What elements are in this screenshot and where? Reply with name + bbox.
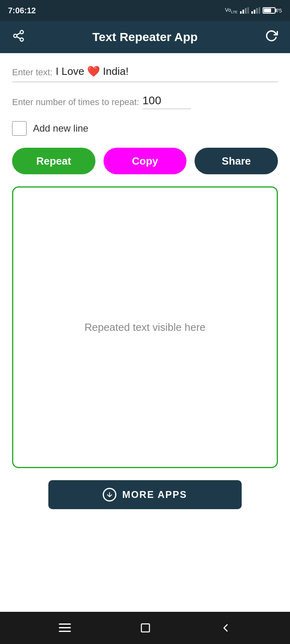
repeat-button[interactable]: Repeat <box>12 148 95 174</box>
output-placeholder: Repeated text visible here <box>85 321 206 334</box>
svg-point-8 <box>20 30 23 33</box>
more-apps-button[interactable]: MORE APPS <box>48 480 242 509</box>
svg-rect-16 <box>141 624 149 632</box>
svg-rect-0 <box>240 11 242 14</box>
svg-rect-4 <box>251 11 253 14</box>
text-input-row: Enter text: <box>12 65 278 82</box>
svg-line-12 <box>17 33 20 35</box>
number-input-row: Enter number of times to repeat: <box>12 94 278 109</box>
battery-indicator: 75 <box>263 7 282 14</box>
svg-rect-14 <box>59 627 71 628</box>
main-content: Enter text: Enter number of times to rep… <box>0 53 290 612</box>
text-input[interactable] <box>56 65 278 79</box>
svg-rect-15 <box>59 631 71 632</box>
svg-rect-7 <box>259 7 260 14</box>
svg-point-9 <box>14 34 17 37</box>
output-box: Repeated text visible here <box>12 186 278 468</box>
nav-bar <box>0 612 290 644</box>
number-label: Enter number of times to repeat: <box>12 97 139 109</box>
app-title: Text Repeater App <box>25 30 265 44</box>
share-icon[interactable] <box>12 29 25 45</box>
share-button[interactable]: Share <box>195 148 278 174</box>
signal-bars-2 <box>251 7 260 14</box>
status-time: 7:06:12 <box>8 6 36 15</box>
svg-rect-3 <box>247 7 249 14</box>
download-icon <box>103 488 116 502</box>
signal-icon: VoLTE <box>225 7 238 14</box>
hamburger-icon[interactable] <box>59 623 71 632</box>
buttons-row: Repeat Copy Share <box>12 148 278 174</box>
svg-line-11 <box>17 37 20 39</box>
status-icons: VoLTE 75 <box>225 7 282 14</box>
signal-bars-1 <box>240 7 249 14</box>
status-bar: 7:06:12 VoLTE 75 <box>0 0 290 21</box>
app-header: Text Repeater App <box>0 21 290 53</box>
svg-rect-2 <box>245 8 246 14</box>
svg-rect-6 <box>256 8 258 14</box>
checkbox-label: Add new line <box>33 123 88 134</box>
svg-point-10 <box>20 38 23 41</box>
back-icon[interactable] <box>220 622 231 634</box>
battery-level: 75 <box>276 8 282 14</box>
refresh-icon[interactable] <box>265 29 278 45</box>
more-apps-label: MORE APPS <box>122 489 187 500</box>
number-input[interactable] <box>143 94 191 109</box>
svg-rect-1 <box>242 10 244 14</box>
svg-rect-13 <box>59 623 71 625</box>
svg-rect-5 <box>254 10 255 14</box>
add-new-line-checkbox[interactable] <box>12 121 27 136</box>
copy-button[interactable]: Copy <box>104 148 187 174</box>
checkbox-row: Add new line <box>12 121 278 136</box>
text-label: Enter text: <box>12 67 52 79</box>
home-icon[interactable] <box>140 622 151 634</box>
